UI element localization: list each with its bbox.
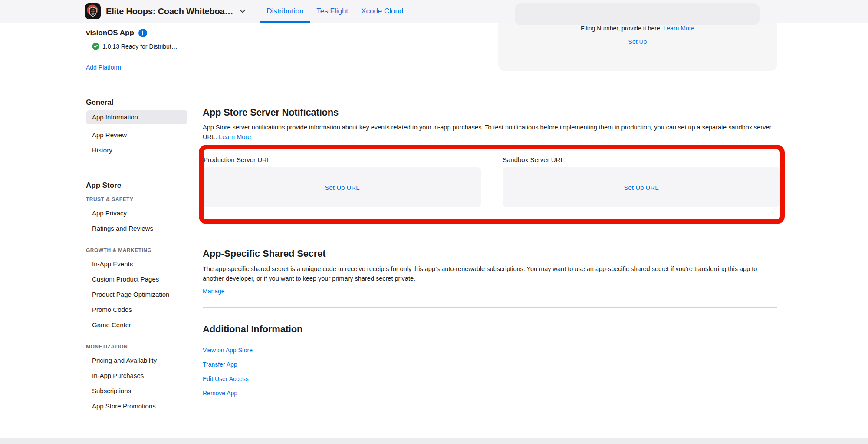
sidebar-label-monetization: MONETIZATION — [86, 344, 187, 350]
sandbox-server-url-panel: Set Up URL — [503, 167, 780, 207]
red-highlight-annotation: Production Server URL Set Up URL Sandbox… — [199, 145, 785, 224]
edit-user-access-link[interactable]: Edit User Access — [203, 374, 249, 383]
sandbox-server-url-section: Sandbox Server URL Set Up URL — [503, 156, 780, 207]
main-content: App Store Server Notifications App Store… — [203, 23, 777, 403]
sidebar-item-promo-codes[interactable]: Promo Codes — [92, 305, 187, 314]
manage-link[interactable]: Manage — [203, 288, 225, 295]
tab-distribution[interactable]: Distribution — [260, 0, 310, 23]
checkmark-circle-icon — [92, 43, 99, 50]
filing-card-image-placeholder — [515, 3, 760, 25]
app-switcher-button[interactable]: Elite Hoops: Coach Whiteboa… — [85, 3, 246, 19]
sandbox-set-up-url-link[interactable]: Set Up URL — [624, 184, 658, 191]
shared-secret-heading: App-Specific Shared Secret — [203, 248, 777, 259]
filing-number-card: Filing Number, provide it here. Learn Mo… — [498, 23, 777, 71]
tab-xcode-cloud[interactable]: Xcode Cloud — [355, 0, 410, 23]
footer-bar — [0, 438, 868, 444]
sidebar-divider — [86, 85, 187, 85]
production-set-up-url-link[interactable]: Set Up URL — [325, 184, 359, 191]
sidebar-item-subscriptions[interactable]: Subscriptions — [92, 387, 187, 395]
sidebar-group-general: General — [86, 98, 187, 107]
server-notifications-learn-more-link[interactable]: Learn More — [219, 133, 251, 140]
version-status-row: 1.0.13 Ready for Distribut… — [92, 43, 187, 50]
section-divider — [203, 307, 777, 308]
version-status-text: 1.0.13 Ready for Distribut… — [102, 43, 178, 50]
header-tabs: Distribution TestFlight Xcode Cloud — [260, 0, 410, 23]
sidebar-item-pricing-availability[interactable]: Pricing and Availability — [92, 356, 187, 365]
plus-icon[interactable] — [138, 29, 147, 37]
production-server-url-section: Production Server URL Set Up URL — [204, 156, 481, 207]
sidebar-item-game-center[interactable]: Game Center — [92, 321, 187, 329]
filing-number-text: Filing Number, provide it here. — [581, 25, 662, 32]
server-notifications-description: App Store server notifications provide i… — [203, 124, 771, 140]
additional-information-heading: Additional Information — [203, 324, 777, 335]
sidebar-label-trust-safety: TRUST & SAFETY — [86, 196, 187, 202]
sidebar-item-product-page-optimization[interactable]: Product Page Optimization — [92, 290, 187, 299]
tab-testflight[interactable]: TestFlight — [310, 0, 355, 23]
app-store-connect-page: Elite Hoops: Coach Whiteboa… Distributio… — [0, 0, 868, 444]
sidebar-item-in-app-purchases[interactable]: In-App Purchases — [92, 371, 187, 380]
sidebar-item-app-store-promotions[interactable]: App Store Promotions — [92, 402, 187, 411]
sidebar-item-in-app-events[interactable]: In-App Events — [92, 260, 187, 268]
filing-set-up-link[interactable]: Set Up — [628, 38, 647, 45]
remove-app-link[interactable]: Remove App — [203, 389, 237, 398]
server-notifications-heading: App Store Server Notifications — [203, 107, 777, 118]
view-on-app-store-link[interactable]: View on App Store — [203, 346, 253, 355]
sidebar-item-ratings-reviews[interactable]: Ratings and Reviews — [92, 224, 187, 233]
sidebar-item-history[interactable]: History — [92, 146, 187, 155]
transfer-app-link[interactable]: Transfer App — [203, 360, 237, 369]
sidebar-item-app-privacy[interactable]: App Privacy — [92, 209, 187, 218]
production-server-url-panel: Set Up URL — [204, 167, 481, 207]
sidebar-item-app-review[interactable]: App Review — [92, 131, 187, 139]
sidebar: visionOS App 1.0.13 Ready for Distribut…… — [86, 23, 187, 411]
production-server-url-label: Production Server URL — [204, 156, 481, 164]
section-divider — [203, 231, 777, 231]
section-divider — [203, 87, 777, 87]
add-platform-link[interactable]: Add Platform — [86, 64, 121, 71]
filing-learn-more-link[interactable]: Learn More — [664, 25, 695, 32]
platform-section-title: visionOS App — [86, 29, 134, 37]
shared-secret-description: The app-specific shared secret is a uniq… — [203, 264, 777, 283]
sidebar-group-app-store: App Store — [86, 181, 187, 190]
sidebar-divider — [86, 168, 187, 168]
app-icon — [85, 3, 101, 19]
sandbox-server-url-label: Sandbox Server URL — [503, 156, 780, 164]
sidebar-label-growth-marketing: GROWTH & MARKETING — [86, 247, 187, 253]
sidebar-item-app-information[interactable]: App Information — [86, 110, 187, 124]
sidebar-item-custom-product-pages[interactable]: Custom Product Pages — [92, 275, 187, 284]
chevron-down-icon — [239, 8, 246, 15]
page-title: Elite Hoops: Coach Whiteboa… — [106, 7, 233, 17]
